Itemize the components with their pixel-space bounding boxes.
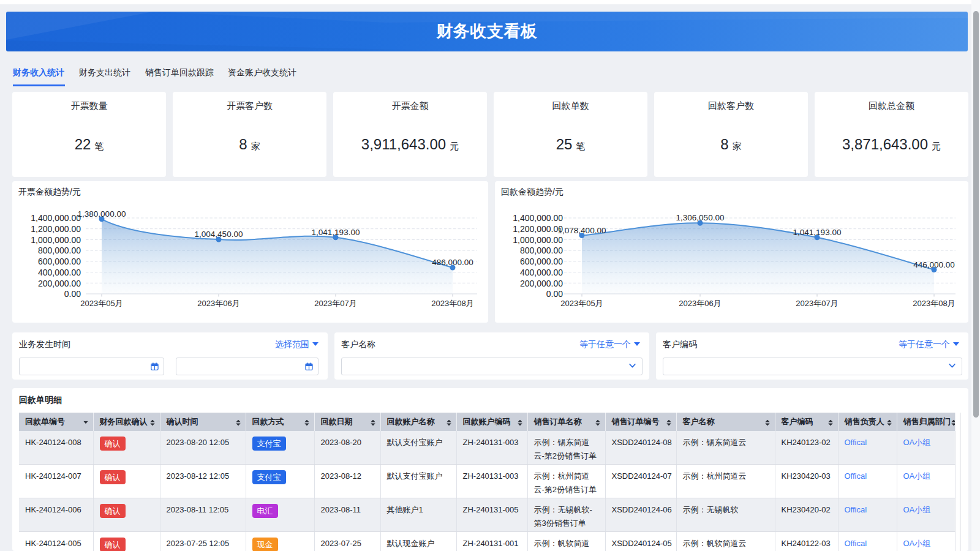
- svg-text:1,380,000.00: 1,380,000.00: [78, 209, 126, 219]
- svg-text:1,306,050.00: 1,306,050.00: [676, 213, 725, 222]
- svg-text:2023年06月: 2023年06月: [197, 299, 239, 308]
- svg-text:1,000,000.00: 1,000,000.00: [31, 235, 81, 245]
- svg-text:2023年06月: 2023年06月: [679, 299, 721, 308]
- svg-text:1,041,193.00: 1,041,193.00: [312, 228, 360, 237]
- svg-text:2023年08月: 2023年08月: [431, 299, 473, 308]
- svg-text:2023年07月: 2023年07月: [796, 299, 838, 308]
- svg-text:600,000.00: 600,000.00: [38, 257, 81, 266]
- svg-text:2023年08月: 2023年08月: [913, 299, 955, 308]
- svg-text:2023年07月: 2023年07月: [314, 299, 356, 308]
- svg-text:400,000.00: 400,000.00: [520, 268, 563, 277]
- svg-text:200,000.00: 200,000.00: [520, 279, 563, 288]
- svg-text:2023年05月: 2023年05月: [80, 299, 123, 308]
- svg-text:2023年05月: 2023年05月: [560, 299, 603, 308]
- svg-text:200,000.00: 200,000.00: [38, 279, 81, 288]
- svg-text:1,078,400.00: 1,078,400.00: [558, 226, 606, 235]
- svg-text:0.00: 0.00: [546, 289, 563, 299]
- svg-text:600,000.00: 600,000.00: [520, 257, 563, 266]
- svg-text:486,000.00: 486,000.00: [432, 258, 473, 267]
- svg-text:400,000.00: 400,000.00: [38, 268, 81, 277]
- svg-text:1,041,193.00: 1,041,193.00: [793, 228, 842, 237]
- svg-text:1,200,000.00: 1,200,000.00: [31, 224, 81, 234]
- svg-text:800,000.00: 800,000.00: [38, 246, 81, 255]
- svg-text:0.00: 0.00: [64, 289, 81, 299]
- svg-text:1,400,000.00: 1,400,000.00: [31, 213, 81, 223]
- svg-text:1,400,000.00: 1,400,000.00: [513, 213, 563, 223]
- svg-text:1,004,450.00: 1,004,450.00: [195, 230, 243, 239]
- svg-text:1,200,000.00: 1,200,000.00: [513, 224, 563, 234]
- svg-text:1,000,000.00: 1,000,000.00: [513, 235, 563, 245]
- svg-text:446,000.00: 446,000.00: [913, 260, 955, 269]
- svg-text:800,000.00: 800,000.00: [520, 246, 563, 255]
